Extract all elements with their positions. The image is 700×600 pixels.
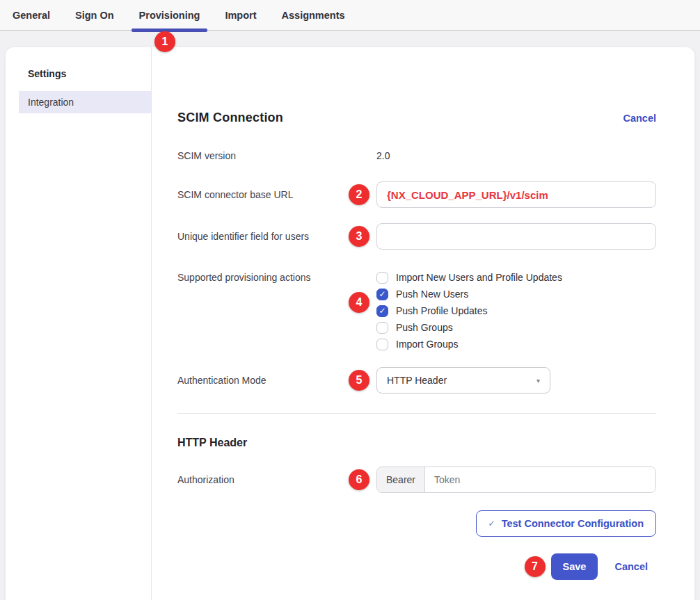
bearer-prefix: Bearer — [377, 467, 425, 492]
tab-import[interactable]: Import — [212, 0, 269, 30]
unique-id-input[interactable] — [376, 223, 656, 250]
checkbox-row-push-new-users[interactable]: Push New Users — [376, 286, 656, 302]
checkbox-label: Import New Users and Profile Updates — [396, 272, 562, 283]
scim-version-row: SCIM version 2.0 — [177, 149, 656, 162]
tab-bar: General Sign On Provisioning Import Assi… — [0, 0, 700, 31]
sidebar-item-integration[interactable]: Integration — [19, 91, 151, 113]
tab-import-label: Import — [225, 10, 256, 21]
checkbox-icon[interactable] — [376, 272, 388, 284]
checkbox-icon[interactable] — [376, 289, 388, 300]
checkbox-label: Import Groups — [396, 339, 458, 350]
unique-id-row: Unique identifier field for users 3 — [177, 223, 656, 250]
scim-connection-form: SCIM Connection Cancel SCIM version 2.0 … — [152, 47, 694, 600]
checkbox-icon[interactable] — [376, 339, 388, 350]
checkbox-icon[interactable] — [376, 305, 388, 317]
tab-provisioning-label: Provisioning — [139, 10, 200, 21]
provisioning-actions-label: Supported provisioning actions — [177, 269, 376, 286]
save-button[interactable]: Save — [551, 553, 598, 580]
check-icon: ✓ — [488, 519, 495, 528]
checkbox-row-push-groups[interactable]: Push Groups — [376, 319, 656, 336]
provisioning-actions-list: Import New Users and Profile Updates Pus… — [376, 269, 656, 352]
annotation-badge-1: 1 — [154, 31, 175, 52]
tab-provisioning[interactable]: Provisioning — [127, 0, 213, 30]
settings-sidebar: Settings Integration — [6, 47, 152, 600]
auth-mode-row: Authentication Mode 5 HTTP Header ▾ — [177, 367, 656, 394]
checkbox-icon[interactable] — [376, 322, 388, 334]
form-footer: 7 Save Cancel — [177, 553, 656, 580]
chevron-down-icon: ▾ — [536, 377, 540, 384]
section-divider — [177, 413, 656, 414]
checkbox-row-import-new-users[interactable]: Import New Users and Profile Updates — [376, 269, 656, 286]
checkbox-row-import-groups[interactable]: Import Groups — [376, 336, 656, 352]
annotation-badge-4: 4 — [349, 292, 369, 313]
annotation-badge-5: 5 — [349, 370, 369, 391]
unique-id-label: Unique identifier field for users — [177, 231, 376, 242]
auth-mode-select[interactable]: HTTP Header ▾ — [376, 367, 550, 394]
base-url-input[interactable] — [376, 181, 656, 208]
tab-general-label: General — [13, 10, 50, 21]
tab-sign-on[interactable]: Sign On — [63, 0, 127, 30]
cancel-link-top[interactable]: Cancel — [623, 113, 656, 124]
auth-mode-label: Authentication Mode — [177, 375, 376, 386]
tab-active-underline — [132, 29, 208, 32]
scim-version-value: 2.0 — [376, 150, 390, 161]
tab-assignments[interactable]: Assignments — [269, 0, 358, 30]
checkbox-label: Push Groups — [396, 322, 453, 333]
main-card: Settings Integration SCIM Connection Can… — [6, 47, 694, 600]
checkbox-row-push-profile-updates[interactable]: Push Profile Updates — [376, 302, 656, 319]
form-header: SCIM Connection Cancel — [177, 111, 656, 125]
auth-mode-selected-value: HTTP Header — [387, 375, 447, 386]
test-connector-button[interactable]: ✓ Test Connector Configuration — [476, 510, 656, 537]
test-connector-row: ✓ Test Connector Configuration — [177, 510, 656, 537]
tab-sign-on-label: Sign On — [75, 10, 114, 21]
checkbox-label: Push New Users — [396, 289, 468, 300]
sidebar-header: Settings — [19, 68, 151, 83]
checkbox-label: Push Profile Updates — [396, 305, 488, 316]
annotation-badge-2: 2 — [349, 184, 369, 205]
tab-general[interactable]: General — [0, 0, 63, 30]
tab-assignments-label: Assignments — [282, 10, 345, 21]
scim-version-label: SCIM version — [177, 150, 376, 161]
authorization-row: Authorization 6 Bearer — [177, 467, 656, 493]
annotation-badge-3: 3 — [349, 226, 369, 247]
token-input[interactable] — [425, 467, 655, 492]
provisioning-actions-row: Supported provisioning actions 4 Import … — [177, 269, 656, 352]
annotation-badge-7: 7 — [525, 556, 546, 577]
authorization-input-group: Bearer — [376, 467, 656, 493]
cancel-link-bottom[interactable]: Cancel — [614, 561, 648, 572]
base-url-row: SCIM connector base URL 2 — [177, 181, 656, 208]
annotation-badge-6: 6 — [349, 469, 369, 490]
http-header-section-title: HTTP Header — [177, 437, 656, 449]
test-connector-button-label: Test Connector Configuration — [502, 518, 644, 529]
page-title: SCIM Connection — [177, 111, 283, 125]
base-url-label: SCIM connector base URL — [177, 189, 376, 200]
authorization-label: Authorization — [177, 474, 376, 485]
